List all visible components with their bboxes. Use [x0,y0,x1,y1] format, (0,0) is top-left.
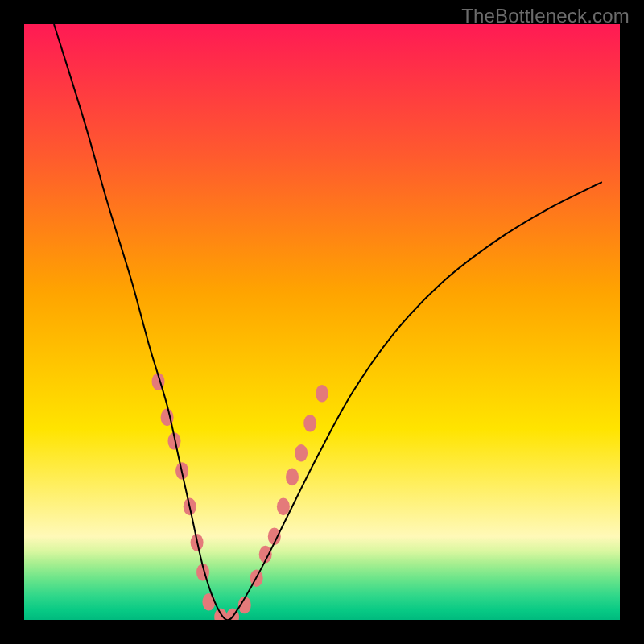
chart-stage: TheBottleneck.com [0,0,644,644]
data-dot [286,469,299,486]
data-dot [303,415,316,432]
data-dot [295,444,308,462]
plot-svg [24,24,620,620]
data-dot [202,593,215,611]
chart-background [24,24,620,620]
data-dot [277,498,290,516]
plot-area [24,24,620,620]
data-dot [316,385,328,402]
